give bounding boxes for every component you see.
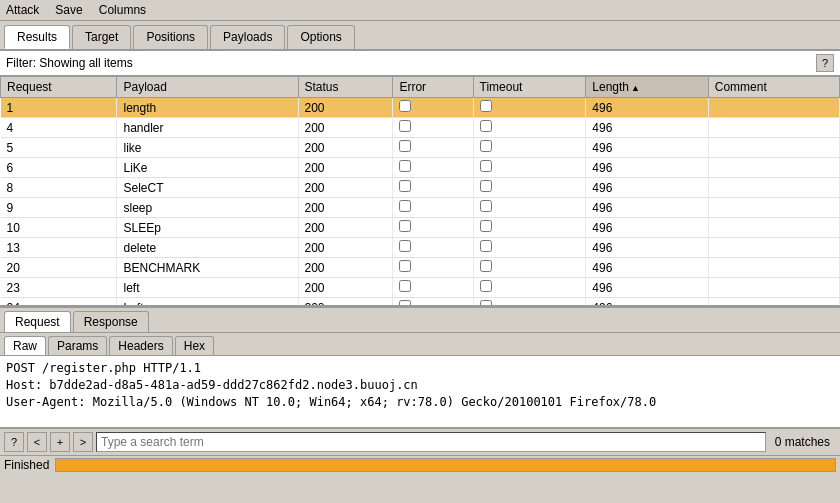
sub-tab-request[interactable]: Request — [4, 311, 71, 332]
table-row[interactable]: 5like200496 — [1, 138, 840, 158]
cell-comment — [708, 158, 839, 178]
table-row[interactable]: 13delete200496 — [1, 238, 840, 258]
table-row[interactable]: 10SLEEp200496 — [1, 218, 840, 238]
cell-payload: delete — [117, 238, 298, 258]
cell-error-checkbox[interactable] — [399, 120, 411, 132]
detail-tab-hex[interactable]: Hex — [175, 336, 214, 355]
cell-timeout-checkbox[interactable] — [480, 200, 492, 212]
cell-error — [393, 158, 473, 178]
detail-tab-params[interactable]: Params — [48, 336, 107, 355]
tab-target[interactable]: Target — [72, 25, 131, 49]
table-row[interactable]: 8SeleCT200496 — [1, 178, 840, 198]
tab-payloads[interactable]: Payloads — [210, 25, 285, 49]
table-row[interactable]: 6LiKe200496 — [1, 158, 840, 178]
cell-request: 6 — [1, 158, 117, 178]
search-help-button[interactable]: ? — [4, 432, 24, 452]
cell-timeout-checkbox[interactable] — [480, 160, 492, 172]
sub-tab-response[interactable]: Response — [73, 311, 149, 332]
cell-timeout — [473, 218, 586, 238]
col-status[interactable]: Status — [298, 77, 393, 98]
cell-length: 496 — [586, 278, 708, 298]
cell-timeout-checkbox[interactable] — [480, 100, 492, 112]
cell-status: 200 — [298, 238, 393, 258]
col-payload[interactable]: Payload — [117, 77, 298, 98]
search-next-button[interactable]: > — [73, 432, 93, 452]
cell-timeout-checkbox[interactable] — [480, 280, 492, 292]
detail-tab-headers[interactable]: Headers — [109, 336, 172, 355]
status-progress-bar — [55, 458, 836, 472]
filter-help-button[interactable]: ? — [816, 54, 834, 72]
cell-payload: LiKe — [117, 158, 298, 178]
table-row[interactable]: 4handler200496 — [1, 118, 840, 138]
main-tab-bar: Results Target Positions Payloads Option… — [0, 21, 840, 51]
cell-status: 200 — [298, 178, 393, 198]
cell-comment — [708, 118, 839, 138]
search-prev-button[interactable]: < — [27, 432, 47, 452]
cell-payload: sleep — [117, 198, 298, 218]
table-row[interactable]: 20BENCHMARK200496 — [1, 258, 840, 278]
cell-timeout-checkbox[interactable] — [480, 240, 492, 252]
cell-timeout-checkbox[interactable] — [480, 140, 492, 152]
request-line3: User-Agent: Mozilla/5.0 (Windows NT 10.0… — [6, 394, 834, 411]
cell-timeout-checkbox[interactable] — [480, 260, 492, 272]
cell-error — [393, 138, 473, 158]
cell-error — [393, 98, 473, 118]
table-row[interactable]: 24Left200496 — [1, 298, 840, 307]
cell-request: 10 — [1, 218, 117, 238]
cell-length: 496 — [586, 118, 708, 138]
cell-request: 1 — [1, 98, 117, 118]
cell-request: 4 — [1, 118, 117, 138]
table-row[interactable]: 9sleep200496 — [1, 198, 840, 218]
table-row[interactable]: 1length200496 — [1, 98, 840, 118]
col-error[interactable]: Error — [393, 77, 473, 98]
cell-status: 200 — [298, 298, 393, 307]
cell-payload: BENCHMARK — [117, 258, 298, 278]
cell-error-checkbox[interactable] — [399, 240, 411, 252]
request-content: POST /register.php HTTP/1.1 Host: b7dde2… — [0, 356, 840, 428]
col-comment[interactable]: Comment — [708, 77, 839, 98]
cell-timeout-checkbox[interactable] — [480, 220, 492, 232]
menu-attack[interactable]: Attack — [4, 2, 41, 18]
cell-error-checkbox[interactable] — [399, 200, 411, 212]
cell-request: 24 — [1, 298, 117, 307]
tab-options[interactable]: Options — [287, 25, 354, 49]
sort-arrow-icon: ▲ — [631, 83, 640, 93]
col-request[interactable]: Request — [1, 77, 117, 98]
cell-error-checkbox[interactable] — [399, 160, 411, 172]
cell-length: 496 — [586, 178, 708, 198]
cell-comment — [708, 238, 839, 258]
bottom-section: Request Response Raw Params Headers Hex … — [0, 306, 840, 428]
cell-timeout — [473, 118, 586, 138]
tab-positions[interactable]: Positions — [133, 25, 208, 49]
col-timeout[interactable]: Timeout — [473, 77, 586, 98]
cell-error — [393, 258, 473, 278]
menu-save[interactable]: Save — [53, 2, 84, 18]
cell-length: 496 — [586, 298, 708, 307]
cell-error — [393, 198, 473, 218]
cell-error — [393, 218, 473, 238]
cell-timeout — [473, 278, 586, 298]
cell-error-checkbox[interactable] — [399, 280, 411, 292]
cell-comment — [708, 258, 839, 278]
detail-tab-bar: Raw Params Headers Hex — [0, 333, 840, 356]
search-input[interactable] — [96, 432, 766, 452]
menu-bar: Attack Save Columns — [0, 0, 840, 21]
cell-comment — [708, 298, 839, 307]
cell-timeout — [473, 138, 586, 158]
cell-payload: handler — [117, 118, 298, 138]
cell-error-checkbox[interactable] — [399, 260, 411, 272]
tab-results[interactable]: Results — [4, 25, 70, 49]
cell-error-checkbox[interactable] — [399, 140, 411, 152]
col-length[interactable]: Length▲ — [586, 77, 708, 98]
search-add-button[interactable]: + — [50, 432, 70, 452]
cell-timeout — [473, 258, 586, 278]
table-row[interactable]: 23left200496 — [1, 278, 840, 298]
cell-length: 496 — [586, 218, 708, 238]
menu-columns[interactable]: Columns — [97, 2, 148, 18]
cell-timeout-checkbox[interactable] — [480, 120, 492, 132]
detail-tab-raw[interactable]: Raw — [4, 336, 46, 355]
cell-error-checkbox[interactable] — [399, 180, 411, 192]
cell-error-checkbox[interactable] — [399, 220, 411, 232]
cell-timeout-checkbox[interactable] — [480, 180, 492, 192]
cell-error-checkbox[interactable] — [399, 100, 411, 112]
